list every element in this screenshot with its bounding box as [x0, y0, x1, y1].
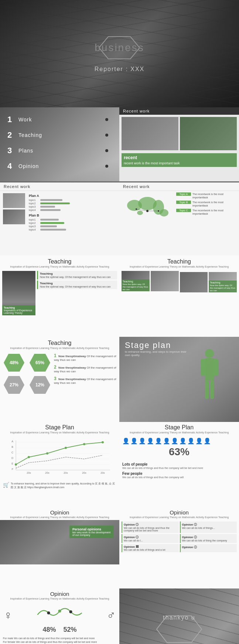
opinion-title-left: Opinion: [4, 509, 116, 516]
stage-plan-title-overlay: Stage plan to enhance learning, and step…: [125, 341, 191, 357]
opinion-title-right: Opinion: [123, 509, 235, 516]
rw-plans: Plan A topic1 topic2 topic3 topic4 P: [27, 193, 116, 232]
topic-list: Topic A The recentwork is the most impor…: [175, 192, 237, 231]
opinion-cards-grid: Opinion ⓘ We can all do lots of things a…: [119, 520, 239, 554]
slide-opinion-left: Opinion Inspiration of Experience Learni…: [0, 507, 119, 588]
slide-thankyou: thankyo u: [119, 588, 239, 644]
row-opinion-thankyou: Opinion Inspiration of Experience Learni…: [0, 588, 239, 644]
world-topics: Topic A The recentwork is the most impor…: [119, 191, 239, 232]
svg-point-42: [65, 447, 67, 449]
female-pct: 52%: [64, 626, 77, 634]
slide-stage-right: Stage Plan Inspiration of Experience Lea…: [119, 422, 239, 507]
svg-text:A: A: [11, 440, 13, 443]
teaching-photos-grid: TeachingNow the optim way. Of the manage…: [119, 269, 239, 294]
stage-plan-subtitle: to enhance learning, and steps to improv…: [125, 350, 191, 357]
person-silhouette: [195, 348, 224, 409]
oc1-text: We can all do lots of things...: [182, 527, 236, 529]
stage-sub: Inspiration of Experience Learning Theor…: [4, 431, 116, 435]
stage-right-sub: Inspiration of Experience Learning Theor…: [123, 431, 235, 435]
few-text: We can all do lots of things and thus th…: [122, 476, 236, 479]
thankyou-text: thankyo u: [163, 614, 195, 621]
svg-point-15: [205, 349, 214, 358]
menu-item-4: 4 Opinion: [7, 161, 112, 171]
bar-row-b2: topic2: [29, 222, 115, 224]
bar-b4: [40, 229, 66, 231]
rw-header-right: Recent work: [119, 182, 239, 191]
t-photo-1-label: TeachingNow the optim way. Of the manage…: [122, 279, 150, 291]
bar-a1: [40, 199, 62, 201]
svg-point-39: [15, 463, 17, 466]
bar-label-a4: topic4: [29, 209, 39, 211]
person-svg: [195, 348, 224, 407]
people-section: 👤 👤 👤 👤 👤 👤 👤 👤 👤 👤 👤 63%: [119, 435, 239, 462]
teaching-title-left: Teaching: [4, 258, 116, 265]
bar-b1: [40, 219, 59, 221]
female-icon: ♀: [4, 608, 13, 622]
rw-header-left: Recent work: [0, 182, 119, 191]
recent-work-header: Recent work: [119, 107, 239, 115]
teaching-title-right: Teaching: [123, 258, 235, 265]
tc2-text: Now the optimal way. Of the management o…: [40, 285, 115, 288]
hex-content: 48% 65% 27%: [0, 351, 119, 397]
svg-rect-18: [213, 359, 218, 376]
for-male-text: For male Wo can all do lots of things an…: [3, 637, 116, 641]
oc4-text: Wo can all do lots of things and a lot: [124, 549, 177, 551]
svg-rect-19: [205, 380, 209, 399]
svg-point-41: [46, 452, 48, 455]
opinion-sub-right: Inspiration of Experience Learning Theor…: [123, 516, 235, 519]
menu-label-2: Teaching: [18, 132, 42, 138]
teaching-sub-right: Inspiration of Experience Learning Theor…: [123, 265, 235, 269]
slide3-plans: Recent work Plan A topic1 topic2 topic3: [0, 181, 119, 255]
opinion-img: Personal opinions ten very work to the d…: [0, 520, 119, 564]
svg-text:20x: 20x: [45, 472, 49, 474]
stage-right-header: Stage Plan Inspiration of Experience Lea…: [119, 422, 239, 435]
person-5: 👤: [155, 437, 162, 445]
hex-12-pct: 12%: [35, 382, 44, 388]
bar-label-b4: topic4: [29, 228, 39, 231]
menu-label-4: Opinion: [18, 163, 39, 169]
svg-point-40: [28, 456, 30, 458]
oc1-title: Opinion ⓘ: [182, 523, 236, 527]
lots-text: We can all do lots of things and thus th…: [122, 466, 236, 470]
bar-row-a3: topic3: [29, 205, 115, 208]
person-2: 👤: [130, 437, 138, 445]
menu-dot-4: [105, 165, 108, 168]
teaching-header-left: Teaching Inspiration of Experience Learn…: [0, 255, 119, 269]
row-opinion: Opinion Inspiration of Experience Learni…: [0, 507, 239, 588]
stage-title: Stage Plan: [4, 424, 116, 431]
stage-note: To enhance learning, and strive to lmpro…: [11, 482, 116, 489]
opinion-bubble: Personal opinions ten very work to the d…: [69, 526, 114, 538]
slide-opinion-right: Opinion Inspiration of Experience Learni…: [119, 507, 239, 588]
oc2-text: Wo can all do l...: [124, 539, 177, 542]
bar-a3: [40, 206, 55, 208]
teaching-bottom-row: TeachingNow the optim way. Of the manage…: [180, 272, 237, 292]
opinion-bottom-header: Opinion Inspiration of Experience Learni…: [0, 588, 119, 601]
row-menu-recent: 1 Work 2 Teaching 3 Plans 4 Opinion Rece…: [0, 107, 239, 181]
step-item-1: 1 Now theoptimalway Of the management of…: [54, 353, 116, 362]
svg-text:20x: 20x: [27, 472, 31, 474]
male-icon: ♂: [107, 608, 116, 622]
person-green-4: 👤: [204, 437, 211, 445]
svg-point-4: [160, 209, 168, 217]
wave-svg: [16, 604, 103, 622]
line-chart-svg: A B C D E F 20x 20x 20x 20x 20x: [3, 437, 114, 477]
slide-teaching-right: Teaching Inspiration of Experience Learn…: [119, 255, 239, 337]
bar-b3: [40, 225, 57, 227]
slide-opinion-bottom: Opinion Inspiration of Experience Learni…: [0, 588, 119, 644]
svg-text:D: D: [11, 457, 13, 459]
t-photo-4-label: TeachingNow the optim way. Of the manage…: [209, 281, 237, 292]
teaching-card-2: Teaching Now the optimal way. Of the man…: [37, 281, 117, 289]
t-photo-4: TeachingNow the optim way. Of the manage…: [209, 272, 237, 292]
slide-teaching-left: Teaching Inspiration of Experience Learn…: [0, 255, 119, 337]
opinion-card-2: Opinion ⓘ Wo can all do l...: [122, 534, 179, 543]
slide3-topics: Recent work: [119, 181, 239, 255]
t-photo-2: [151, 271, 179, 291]
slide1-hero: business Reporter : XXX: [0, 0, 239, 107]
opinion-bottom-sub: Inspiration of Experience Learning Theor…: [4, 597, 116, 601]
menu-num-4: 4: [7, 161, 15, 171]
slide2-recent: Recent work recent recent work is the mo…: [119, 107, 239, 181]
svg-rect-17: [201, 359, 206, 376]
menu-dot-1: [105, 118, 108, 121]
topic-badge-c: Topic C: [176, 209, 191, 212]
bar-label-a2: topic2: [29, 202, 39, 205]
